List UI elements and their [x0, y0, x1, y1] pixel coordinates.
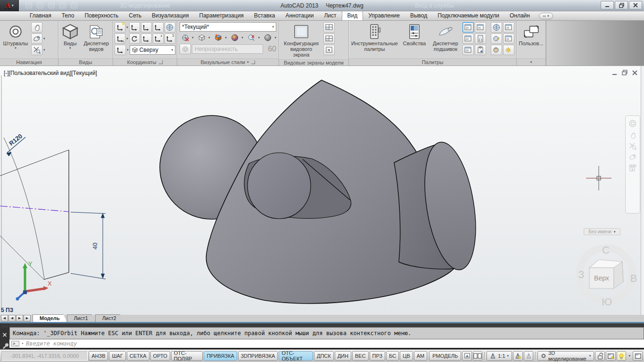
opacity-slider[interactable]: Непрозрачность: [192, 44, 263, 54]
toggle-infer[interactable]: АНЗВ: [89, 351, 108, 361]
clean-screen-button[interactable]: [633, 351, 643, 361]
view-direction-select[interactable]: Сверху ▾: [130, 45, 175, 55]
chevron-down-icon[interactable]: ▾: [126, 25, 128, 29]
dock-grip-icon[interactable]: ::::::::::::: [1, 324, 8, 328]
web-palette-button[interactable]: [491, 22, 502, 33]
model-space-button[interactable]: РМОДЕЛЬ: [429, 351, 461, 361]
tab-mesh[interactable]: Сеть: [124, 11, 147, 20]
ucs-object-button[interactable]: [153, 22, 164, 33]
toggle-ortho[interactable]: ОРТО: [150, 351, 170, 361]
toggle-dyn[interactable]: ДИН: [335, 351, 351, 361]
workspace-switcher-ghost[interactable]: 3D моделирование: [120, 2, 170, 9]
navigation-bar[interactable]: [625, 115, 640, 214]
chevron-down-icon[interactable]: ▾: [274, 36, 276, 40]
tray-menu-button[interactable]: ▾: [627, 351, 632, 361]
tab-home[interactable]: Главная: [25, 11, 57, 20]
ucs-view-button[interactable]: [115, 45, 126, 55]
tab-layout1[interactable]: Лист1: [67, 314, 95, 322]
quick-access-toolbar[interactable]: [25, 2, 77, 8]
pan-hand-icon[interactable]: [629, 132, 636, 139]
toggle-polar[interactable]: ОТС-ПОЛЯР: [171, 351, 203, 361]
toggle-otrack[interactable]: ОТС-ОБЪЕКТ: [279, 351, 313, 361]
visual-styles-manager-button[interactable]: [503, 33, 514, 44]
ucs-x-button[interactable]: x: [115, 33, 125, 44]
tab-layout2[interactable]: Лист2: [95, 314, 124, 322]
toggle-ducs[interactable]: ДПСК: [314, 351, 334, 361]
ucs-globe-button[interactable]: [165, 22, 175, 33]
annotation-scale-button[interactable]: 1:1 ▾: [487, 351, 512, 361]
viewcube[interactable]: С Ю З В Верх: [578, 244, 637, 308]
zoom-icon[interactable]: [629, 142, 636, 150]
tab-plugins[interactable]: Подключаемые модули: [432, 11, 504, 20]
command-line-palette-button[interactable]: [462, 22, 474, 33]
toolbar-lock-button[interactable]: [595, 351, 605, 361]
toggle-osnap[interactable]: ПРИВЯЗКА: [204, 351, 237, 361]
tab-prev-button[interactable]: ◀: [8, 315, 16, 321]
tab-manage[interactable]: Управление: [363, 11, 405, 20]
minimize-button[interactable]: [601, 1, 614, 9]
toggle-3dosnap[interactable]: 3DПРИВЯЗКА: [238, 351, 278, 361]
chevron-down-icon[interactable]: ▾: [208, 36, 210, 40]
ucs-origin-button[interactable]: [141, 33, 152, 44]
chevron-down-icon[interactable]: ▾: [225, 36, 227, 40]
properties-button[interactable]: Свойства: [400, 22, 429, 57]
tab-output[interactable]: Вывод: [405, 11, 432, 20]
tab-online[interactable]: Онлайн: [504, 11, 535, 20]
sheet-set-manager-button[interactable]: Диспетчер подшивок: [430, 22, 461, 57]
dbconnect-button[interactable]: [475, 45, 486, 55]
tab-view[interactable]: Вид: [342, 11, 363, 20]
signin-link[interactable]: Вход в службы: [415, 2, 454, 9]
isolate-objects-button[interactable]: [617, 351, 627, 361]
tab-next-button[interactable]: ▶: [16, 315, 23, 321]
pan-button[interactable]: [31, 22, 42, 33]
orbit-icon[interactable]: [628, 153, 637, 161]
view-manager-button[interactable]: Диспетчер видов: [82, 22, 111, 57]
named-viewports-button[interactable]: [323, 22, 335, 33]
orbit-button[interactable]: [31, 33, 42, 44]
zoom-extents-button[interactable]: [31, 45, 42, 55]
workspace-switching-button[interactable]: 3D моделирование ▾: [537, 351, 594, 361]
application-menu-button[interactable]: A ▾: [0, 0, 19, 11]
toggle-am[interactable]: АМ: [414, 351, 428, 361]
user-interface-button[interactable]: Пользов...: [519, 22, 544, 57]
join-viewports-button[interactable]: [323, 33, 335, 44]
showmotion-icon[interactable]: [628, 164, 637, 172]
tab-model[interactable]: Модель: [33, 314, 67, 322]
full-navigation-wheel-icon[interactable]: [628, 119, 637, 128]
steering-wheels-button[interactable]: Штурвалы ▾: [2, 22, 29, 57]
tab-last-button[interactable]: ▶: [24, 315, 31, 321]
solid-model[interactable]: [160, 80, 484, 304]
layer-palette-button[interactable]: [462, 45, 474, 55]
drawing-area[interactable]: 40 R120 5 ПЗ Y X: [0, 66, 644, 315]
customize-wrench-icon[interactable]: [1, 343, 8, 349]
realistic-style-button[interactable]: [229, 33, 240, 43]
chevron-down-icon[interactable]: ▾: [43, 37, 45, 41]
toggle-lwt[interactable]: ВЕС: [352, 351, 369, 361]
viewport-configuration-button[interactable]: Конфигурация видового экрана: [281, 22, 322, 58]
ucs-previous-button[interactable]: [129, 33, 140, 44]
toggle-qp[interactable]: БС: [386, 351, 399, 361]
hardware-acceleration-button[interactable]: [606, 351, 616, 361]
tab-first-button[interactable]: ◀: [1, 315, 8, 321]
quick-view-drawings-button[interactable]: [462, 351, 472, 361]
visual-style-select[interactable]: *Текущий* ▾: [180, 22, 276, 32]
chevron-down-icon[interactable]: ▾: [43, 48, 45, 52]
restore-button[interactable]: [615, 1, 628, 9]
chevron-down-icon[interactable]: ▾: [258, 36, 260, 40]
tool-palettes-button[interactable]: Инструментальные палитры: [351, 22, 398, 57]
markup-set-button[interactable]: [462, 33, 474, 44]
ribbon-minimize-button[interactable]: ▭▾: [539, 13, 553, 19]
toggle-grid[interactable]: СЕТКА: [127, 351, 149, 361]
chevron-down-icon[interactable]: ▾: [22, 342, 24, 346]
panel-launcher-icon[interactable]: [159, 60, 163, 64]
tab-solid[interactable]: Тело: [57, 11, 80, 20]
chevron-down-icon[interactable]: ▾: [241, 36, 243, 40]
coordinates-readout[interactable]: -301.8341, -417.3316, 0.0000: [1, 351, 88, 361]
ucs-world-button[interactable]: [141, 22, 152, 33]
wireframe-style-button[interactable]: [180, 33, 191, 43]
chevron-down-icon[interactable]: ▾: [127, 48, 129, 52]
toggle-snap[interactable]: ШАГ: [109, 351, 125, 361]
tab-annotate[interactable]: Аннотации: [280, 11, 319, 20]
tab-insert[interactable]: Вставка: [249, 11, 281, 20]
toggle-sc[interactable]: ЦВ: [400, 351, 413, 361]
